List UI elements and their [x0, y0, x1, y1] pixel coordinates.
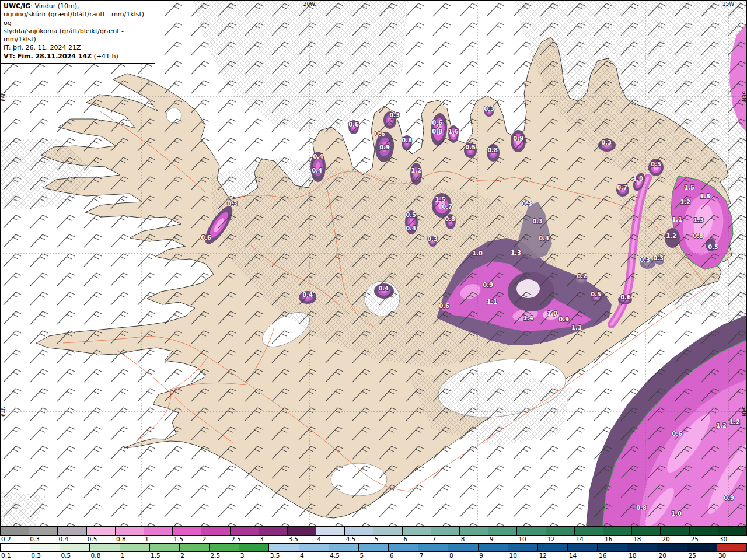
precip-value-label: 0.8	[487, 147, 498, 153]
legend-tick-label: 30	[717, 552, 747, 559]
legend-tick-label: 1	[144, 536, 172, 543]
legend-tick-label: 2	[201, 536, 230, 543]
precip-value-label: 0.3	[532, 218, 543, 225]
legend-tick-label: 2.5	[209, 552, 239, 559]
init-time: IT: þri. 26. 11. 2024 21Z	[4, 44, 151, 52]
precip-value-label: 0.8	[693, 233, 703, 239]
legend-tick-label: 4	[316, 536, 345, 543]
legend-tick-label: 16	[603, 536, 632, 543]
legend-tick-label: 3	[259, 536, 287, 543]
longitude-label: 15W	[722, 1, 734, 7]
legend-tick-label: 1	[120, 552, 149, 559]
legend-tick-label: 25	[687, 552, 717, 559]
precip-value-label: 1.1	[571, 324, 582, 331]
precip-value-label: 1.5	[684, 184, 694, 191]
legend-color-segment	[1, 544, 30, 551]
precip-value-label: 0.3	[389, 112, 400, 118]
legend-tick-label: 10	[508, 552, 537, 559]
precip-value-label: 0.4	[406, 225, 416, 232]
legend-tick-label: 6	[402, 536, 431, 543]
legend-tick-label: 4.5	[329, 552, 358, 559]
legend-tick-label: 3.5	[269, 552, 299, 559]
legend-color-segment	[329, 544, 359, 551]
precip-value-label: 0.4	[313, 153, 323, 160]
legend-color-segment	[173, 527, 201, 535]
precip-value-label: 0.2	[577, 273, 587, 279]
precip-value-label: 0.3	[427, 236, 438, 242]
legend: 0.20.30.40.50.811.522.533.544.5567891012…	[0, 527, 747, 560]
precip-value-label: 1.3	[511, 250, 521, 256]
legend-color-segment	[690, 527, 718, 535]
legend-color-segment	[508, 544, 538, 551]
legend-tick-label: 0.2	[0, 536, 29, 543]
legend-tick-label: 8	[460, 536, 488, 543]
precip-value-label: 0.8	[432, 128, 442, 135]
precip-value-label: 0.8	[402, 137, 412, 144]
precip-value-label: 0.7	[617, 184, 627, 191]
legend-tick-label: 3	[239, 552, 269, 559]
precip-value-label: 0.9	[513, 135, 523, 142]
precip-value-label: 1.4	[523, 315, 533, 321]
precip-value-label: 1.2	[666, 233, 676, 239]
legend-tick-label: 0.8	[115, 536, 144, 543]
precip-value-label: 1.5	[435, 197, 445, 203]
legend-color-segment	[120, 544, 150, 551]
legend-color-segment	[657, 544, 687, 551]
legend-tick-label: 10	[517, 536, 546, 543]
precip-value-label: 0.5	[591, 291, 601, 298]
legend-color-segment	[718, 527, 746, 535]
legend-tick-label: 8	[448, 552, 478, 559]
legend-color-segment	[687, 544, 717, 551]
legend-color-segment	[87, 527, 116, 535]
legend-color-segment	[359, 544, 389, 551]
precip-value-label: 0.9	[558, 316, 569, 323]
precip-value-label: 0.6	[375, 131, 385, 137]
valid-time: VT: Fim. 28.11.2024 14Z (+41 h)	[4, 52, 151, 61]
legend-tick-label: 12	[538, 552, 568, 559]
legend-color-segment	[58, 527, 86, 535]
legend-tick-label: 14	[575, 536, 603, 543]
legend-color-segment	[598, 544, 627, 551]
legend-color-segment	[269, 544, 299, 551]
legend-color-segment	[60, 544, 90, 551]
precip-value-label: 1.2	[411, 167, 421, 174]
precip-value-label: 0.7	[442, 204, 452, 210]
precip-value-label: 0.4	[539, 235, 549, 242]
legend-color-segment	[231, 527, 259, 535]
legend-color-segment	[201, 527, 230, 535]
legend-tick-label: 0.3	[29, 536, 57, 543]
legend-tick-label: 0.1	[0, 552, 30, 559]
legend-color-segment	[288, 527, 316, 535]
precip-value-label: 0.9	[483, 282, 493, 288]
legend-color-segment	[517, 527, 546, 535]
legend-color-segment	[431, 527, 460, 535]
legend-tick-label: 0.5	[60, 552, 89, 559]
precip-value-label: 0.4	[312, 167, 322, 174]
precip-value-label: 0.6	[439, 303, 449, 309]
legend-tick-label: 9	[478, 552, 508, 559]
precip-value-label: 1.0	[547, 310, 557, 317]
precip-value-label: 1.1	[487, 299, 497, 305]
legend-color-segment	[389, 544, 418, 551]
weather-map: 0.40.40.60.30.60.90.81.20.60.81.60.50.30…	[0, 0, 747, 527]
legend-tick-label: 2	[179, 552, 209, 559]
legend-tick-label: 4.5	[345, 536, 374, 543]
legend-tick-label: 14	[568, 552, 598, 559]
legend-color-segment	[29, 527, 58, 535]
latitude-label: 64N	[1, 406, 6, 416]
legend-tick-label: 6	[389, 552, 418, 559]
precip-value-label: 0.3	[522, 201, 532, 207]
legend-tick-label: 0.8	[90, 552, 120, 559]
precip-value-label: 0.6	[348, 121, 359, 128]
precip-value-label: 1.1	[672, 216, 682, 223]
legend-color-segment	[116, 527, 144, 535]
precip-value-label: 0.9	[724, 495, 734, 501]
precip-value-label: 0.6	[620, 294, 631, 300]
legend-tick-label: 5	[374, 536, 402, 543]
legend-color-segment	[448, 544, 478, 551]
precip-value-label: 1.2	[729, 419, 740, 425]
precip-value-label: 0.5	[465, 144, 476, 150]
legend-color-segment	[30, 544, 60, 551]
legend-tick-label: 25	[690, 536, 718, 543]
legend-tick-label: 16	[598, 552, 627, 559]
